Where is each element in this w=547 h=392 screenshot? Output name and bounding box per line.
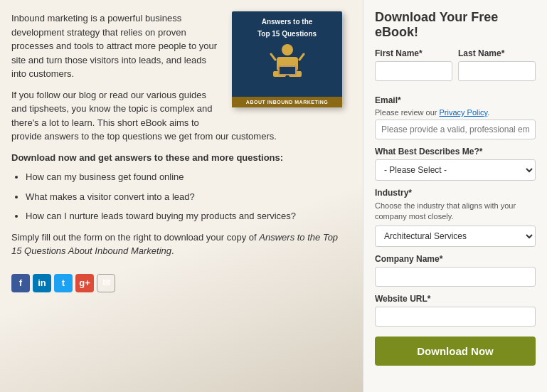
website-label: Website URL* — [375, 294, 536, 304]
privacy-policy-link[interactable]: Privacy Policy — [440, 108, 488, 117]
svg-rect-7 — [280, 67, 295, 74]
first-name-input[interactable] — [375, 61, 452, 81]
twitter-icon[interactable]: t — [54, 274, 73, 292]
industry-group: Industry* Choose the industry that align… — [375, 188, 536, 247]
book-image: Answers to the Top 15 Questions ABOUT IN… — [232, 11, 346, 111]
what-describes-select[interactable]: - Please Select - Business Owner Marketi… — [375, 159, 536, 181]
social-icons: f in t g+ ✉ — [11, 274, 346, 292]
email-note2: . — [487, 108, 489, 117]
company-group: Company Name* — [375, 254, 536, 287]
email-note-text: Please review our — [375, 108, 440, 117]
company-input[interactable] — [375, 267, 536, 287]
industry-note: Choose the industry that aligns with you… — [375, 201, 536, 223]
bullet-item-3: How can I nurture leads toward buying my… — [26, 209, 346, 223]
what-describes-group: What Best Describes Me?* - Please Select… — [375, 147, 536, 181]
book-footer: ABOUT INBOUND MARKETING — [232, 97, 342, 107]
industry-label: Industry* — [375, 188, 536, 198]
download-heading: Download now and get answers to these an… — [11, 151, 346, 165]
google-plus-icon[interactable]: g+ — [75, 274, 94, 292]
email-label: Email* — [375, 95, 536, 105]
name-row: First Name* Last Name* — [375, 48, 536, 88]
right-panel: Download Your Free eBook! First Name* La… — [363, 0, 547, 392]
form-title: Download Your Free eBook! — [375, 10, 536, 40]
left-panel: Answers to the Top 15 Questions ABOUT IN… — [0, 0, 363, 392]
closing-text-after: . — [171, 245, 174, 256]
book-figure — [270, 41, 305, 80]
download-now-button[interactable]: Download Now — [375, 337, 536, 366]
closing-para: Simply fill out the form on the right to… — [11, 231, 346, 258]
svg-line-4 — [271, 54, 275, 60]
linkedin-icon[interactable]: in — [33, 274, 51, 292]
closing-text-before: Simply fill out the form on the right to… — [11, 232, 259, 243]
website-input[interactable] — [375, 307, 536, 327]
email-icon[interactable]: ✉ — [97, 274, 115, 292]
last-name-label: Last Name* — [458, 48, 536, 58]
industry-select[interactable]: Architectural Services Consulting Educat… — [375, 226, 536, 247]
book-cover: Answers to the Top 15 Questions ABOUT IN… — [232, 11, 342, 107]
email-note: Please review our Privacy Policy. — [375, 108, 536, 117]
company-label: Company Name* — [375, 254, 536, 264]
email-group: Email* Please review our Privacy Policy. — [375, 95, 536, 139]
book-title-line1: Answers to the — [262, 17, 313, 26]
website-group: Website URL* — [375, 294, 536, 327]
bullet-list: How can my business get found online Wha… — [11, 170, 346, 223]
facebook-icon[interactable]: f — [11, 274, 30, 292]
book-title-line2: Top 15 Questions — [257, 29, 317, 38]
svg-line-5 — [299, 54, 304, 60]
what-describes-label: What Best Describes Me?* — [375, 147, 536, 157]
last-name-group: Last Name* — [458, 48, 536, 81]
first-name-label: First Name* — [375, 48, 452, 58]
bullet-item-2: What makes a visitor convert into a lead… — [26, 190, 346, 204]
last-name-input[interactable] — [458, 61, 536, 81]
email-input[interactable] — [375, 120, 536, 139]
bullet-item-1: How can my business get found online — [26, 170, 346, 184]
first-name-group: First Name* — [375, 48, 452, 81]
svg-point-0 — [282, 44, 293, 55]
